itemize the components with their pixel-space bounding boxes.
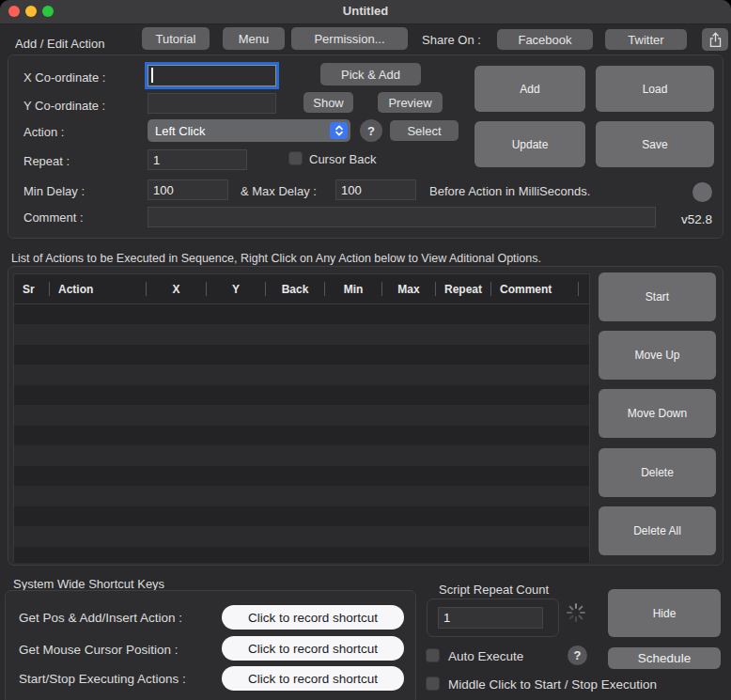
auto-execute-help-button[interactable]: ?: [568, 646, 587, 665]
column-header-y[interactable]: Y: [207, 274, 265, 303]
delete-all-button[interactable]: Delete All: [599, 506, 716, 555]
max-delay-input[interactable]: [335, 179, 416, 200]
script-repeat-count-label: Script Repeat Count: [439, 583, 549, 597]
move-down-button[interactable]: Move Down: [599, 389, 716, 438]
update-button[interactable]: Update: [474, 121, 585, 167]
repeat-label: Repeat :: [23, 154, 70, 168]
script-repeat-input[interactable]: [438, 607, 543, 629]
tutorial-button[interactable]: Tutorial: [142, 27, 210, 50]
action-dropdown-value: Left Click: [155, 124, 205, 138]
cursor-back-label: Cursor Back: [309, 152, 377, 166]
permission-button[interactable]: Permission...: [291, 27, 408, 50]
text-cursor: [151, 68, 153, 83]
comment-label: Comment :: [23, 210, 84, 225]
record-shortcut-button-add-insert[interactable]: Click to record shortcut: [222, 605, 404, 630]
action-help-button[interactable]: ?: [360, 119, 382, 142]
facebook-share-button[interactable]: Facebook: [497, 29, 593, 50]
status-indicator-circle: [692, 182, 712, 202]
chevron-up-down-icon: [330, 122, 348, 139]
load-button[interactable]: Load: [596, 66, 714, 112]
column-header-sr[interactable]: Sr: [14, 274, 49, 303]
record-shortcut-button-start-stop[interactable]: Click to record shortcut: [222, 666, 404, 691]
schedule-button[interactable]: Schedule: [608, 647, 721, 669]
share-icon: [708, 32, 723, 48]
version-label: v52.8: [658, 212, 712, 226]
column-header-back[interactable]: Back: [266, 274, 324, 303]
y-coordinate-input[interactable]: [148, 93, 276, 114]
start-stop-executing-label: Start/Stop Executing Actions :: [19, 672, 186, 686]
save-button[interactable]: Save: [596, 121, 714, 167]
max-delay-label: & Max Delay :: [241, 184, 317, 198]
shortcut-section-label: System Wide Shortcut Keys: [13, 577, 164, 591]
hide-button[interactable]: Hide: [608, 589, 721, 637]
action-table[interactable]: Sr Action X Y Back Min Max Repeat Commen…: [13, 273, 590, 561]
middle-click-checkbox[interactable]: [426, 677, 440, 691]
app-window: Untitled Add / Edit Action Tutorial Menu…: [0, 0, 731, 700]
column-header-max[interactable]: Max: [382, 274, 435, 303]
cursor-back-checkbox[interactable]: [288, 151, 303, 165]
select-button[interactable]: Select: [390, 120, 459, 141]
pick-and-add-button[interactable]: Pick & Add: [320, 63, 421, 86]
start-button[interactable]: Start: [599, 272, 716, 321]
comment-input[interactable]: [148, 207, 656, 227]
auto-execute-checkbox[interactable]: [426, 648, 440, 662]
add-edit-action-section-label: Add / Edit Action: [15, 37, 104, 51]
get-pos-add-insert-label: Get Pos & Add/Insert Action :: [19, 611, 182, 625]
twitter-share-button[interactable]: Twitter: [605, 29, 687, 50]
middle-click-label: Middle Click to Start / Stop Execution: [448, 677, 657, 692]
list-caption: List of Actions to be Executed in Sequen…: [11, 252, 541, 265]
min-delay-label: Min Delay :: [23, 184, 85, 198]
x-coordinate-input[interactable]: [148, 65, 276, 86]
x-coordinate-label: X Co-ordinate :: [23, 70, 105, 85]
repeat-input[interactable]: [148, 149, 247, 170]
title-bar: Untitled: [0, 0, 731, 24]
menu-button[interactable]: Menu: [223, 27, 285, 50]
show-button[interactable]: Show: [303, 92, 353, 113]
window-title: Untitled: [0, 4, 731, 18]
column-header-min[interactable]: Min: [325, 274, 381, 303]
add-button[interactable]: Add: [474, 66, 585, 112]
action-table-body[interactable]: [14, 304, 589, 563]
column-header-x[interactable]: X: [147, 274, 206, 303]
get-mouse-position-label: Get Mouse Cursor Position :: [19, 643, 179, 657]
column-header-repeat[interactable]: Repeat: [436, 274, 490, 303]
share-button[interactable]: [702, 28, 728, 51]
column-header-action[interactable]: Action: [50, 274, 146, 303]
y-coordinate-label: Y Co-ordinate :: [23, 99, 105, 113]
record-shortcut-button-mouse-position[interactable]: Click to record shortcut: [222, 636, 404, 661]
delete-button[interactable]: Delete: [599, 448, 716, 497]
column-header-comment[interactable]: Comment: [491, 274, 578, 303]
share-on-label: Share On :: [422, 33, 481, 47]
preview-button[interactable]: Preview: [378, 92, 443, 113]
spinner-icon: [566, 602, 586, 626]
action-label: Action :: [23, 125, 64, 139]
auto-execute-label: Auto Execute: [448, 649, 523, 663]
min-delay-input[interactable]: [148, 179, 228, 200]
action-dropdown[interactable]: Left Click: [148, 119, 350, 142]
action-table-header: Sr Action X Y Back Min Max Repeat Commen…: [14, 274, 589, 304]
delay-note-label: Before Action in MilliSeconds.: [429, 184, 590, 198]
move-up-button[interactable]: Move Up: [599, 331, 716, 380]
